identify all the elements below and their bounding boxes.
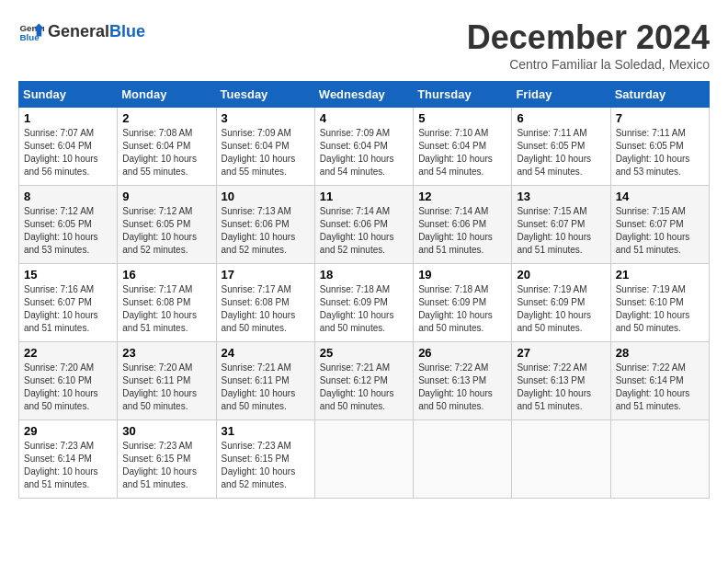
calendar-day-24: 24Sunrise: 7:21 AMSunset: 6:11 PMDayligh… [216, 342, 314, 420]
day-info: Sunrise: 7:20 AMSunset: 6:11 PMDaylight:… [122, 362, 197, 411]
day-info: Sunrise: 7:21 AMSunset: 6:11 PMDaylight:… [222, 362, 296, 411]
day-number: 11 [320, 190, 408, 203]
calendar-day-5: 5Sunrise: 7:10 AMSunset: 6:04 PMDaylight… [414, 108, 512, 186]
day-info: Sunrise: 7:23 AMSunset: 6:15 PMDaylight:… [222, 441, 296, 489]
day-info: Sunrise: 7:15 AMSunset: 6:07 PMDaylight:… [616, 206, 690, 255]
calendar-day-25: 25Sunrise: 7:21 AMSunset: 6:12 PMDayligh… [314, 342, 413, 420]
day-number: 18 [320, 268, 408, 282]
day-number: 19 [418, 268, 506, 282]
day-number: 29 [24, 424, 112, 438]
calendar-week-4: 22Sunrise: 7:20 AMSunset: 6:10 PMDayligh… [19, 342, 710, 420]
day-info: Sunrise: 7:22 AMSunset: 6:13 PMDaylight:… [418, 362, 493, 411]
calendar-week-5: 29Sunrise: 7:23 AMSunset: 6:14 PMDayligh… [19, 420, 710, 499]
calendar-day-14: 14Sunrise: 7:15 AMSunset: 6:07 PMDayligh… [610, 186, 709, 264]
calendar-day-27: 27Sunrise: 7:22 AMSunset: 6:13 PMDayligh… [512, 342, 610, 420]
calendar-day-29: 29Sunrise: 7:23 AMSunset: 6:14 PMDayligh… [19, 420, 118, 499]
day-number: 12 [418, 190, 506, 203]
calendar-header-tuesday: Tuesday [216, 82, 314, 108]
calendar-header-row: SundayMondayTuesdayWednesdayThursdayFrid… [19, 82, 710, 108]
day-info: Sunrise: 7:19 AMSunset: 6:09 PMDaylight:… [517, 284, 591, 333]
day-number: 21 [616, 268, 704, 282]
calendar-day-23: 23Sunrise: 7:20 AMSunset: 6:11 PMDayligh… [118, 342, 216, 420]
day-info: Sunrise: 7:18 AMSunset: 6:09 PMDaylight:… [418, 284, 493, 333]
day-number: 28 [616, 346, 704, 360]
day-number: 27 [517, 346, 605, 360]
calendar-day-28: 28Sunrise: 7:22 AMSunset: 6:14 PMDayligh… [610, 342, 709, 420]
calendar-day-30: 30Sunrise: 7:23 AMSunset: 6:15 PMDayligh… [118, 420, 216, 499]
day-number: 26 [418, 346, 506, 360]
day-info: Sunrise: 7:09 AMSunset: 6:04 PMDaylight:… [320, 128, 394, 177]
day-number: 1 [24, 111, 112, 125]
day-number: 15 [24, 268, 112, 282]
day-info: Sunrise: 7:20 AMSunset: 6:10 PMDaylight:… [24, 362, 98, 411]
day-info: Sunrise: 7:11 AMSunset: 6:05 PMDaylight:… [616, 128, 690, 177]
calendar-day-1: 1Sunrise: 7:07 AMSunset: 6:04 PMDaylight… [19, 108, 118, 186]
day-number: 9 [122, 190, 210, 203]
calendar-day-16: 16Sunrise: 7:17 AMSunset: 6:08 PMDayligh… [118, 264, 216, 342]
logo-icon: General Blue [18, 18, 44, 44]
calendar-day-2: 2Sunrise: 7:08 AMSunset: 6:04 PMDaylight… [118, 108, 216, 186]
calendar-day-10: 10Sunrise: 7:13 AMSunset: 6:06 PMDayligh… [216, 186, 314, 264]
calendar-day-26: 26Sunrise: 7:22 AMSunset: 6:13 PMDayligh… [414, 342, 512, 420]
day-number: 22 [24, 346, 112, 360]
day-number: 7 [616, 111, 704, 125]
day-info: Sunrise: 7:11 AMSunset: 6:05 PMDaylight:… [517, 128, 591, 177]
day-number: 14 [616, 190, 704, 203]
calendar-week-3: 15Sunrise: 7:16 AMSunset: 6:07 PMDayligh… [19, 264, 710, 342]
day-info: Sunrise: 7:22 AMSunset: 6:14 PMDaylight:… [616, 362, 690, 411]
calendar-header-friday: Friday [512, 82, 610, 108]
calendar-header-sunday: Sunday [19, 82, 118, 108]
calendar-day-13: 13Sunrise: 7:15 AMSunset: 6:07 PMDayligh… [512, 186, 610, 264]
empty-cell [512, 420, 610, 499]
day-info: Sunrise: 7:12 AMSunset: 6:05 PMDaylight:… [24, 206, 98, 255]
day-info: Sunrise: 7:14 AMSunset: 6:06 PMDaylight:… [320, 206, 394, 255]
day-info: Sunrise: 7:07 AMSunset: 6:04 PMDaylight:… [24, 128, 98, 177]
empty-cell [314, 420, 413, 499]
day-number: 25 [320, 346, 408, 360]
day-number: 3 [222, 111, 310, 125]
empty-cell [414, 420, 512, 499]
day-info: Sunrise: 7:14 AMSunset: 6:06 PMDaylight:… [418, 206, 493, 255]
day-number: 6 [517, 111, 605, 125]
day-info: Sunrise: 7:12 AMSunset: 6:05 PMDaylight:… [122, 206, 197, 255]
calendar-day-11: 11Sunrise: 7:14 AMSunset: 6:06 PMDayligh… [314, 186, 413, 264]
logo-general: General [48, 22, 109, 41]
day-info: Sunrise: 7:10 AMSunset: 6:04 PMDaylight:… [418, 128, 493, 177]
day-info: Sunrise: 7:23 AMSunset: 6:14 PMDaylight:… [24, 441, 98, 489]
day-info: Sunrise: 7:08 AMSunset: 6:04 PMDaylight:… [122, 128, 197, 177]
calendar-header-saturday: Saturday [610, 82, 709, 108]
calendar-week-2: 8Sunrise: 7:12 AMSunset: 6:05 PMDaylight… [19, 186, 710, 264]
title-block: December 2024 Centro Familiar la Soledad… [467, 18, 710, 72]
day-number: 16 [122, 268, 210, 282]
calendar-day-20: 20Sunrise: 7:19 AMSunset: 6:09 PMDayligh… [512, 264, 610, 342]
calendar-day-12: 12Sunrise: 7:14 AMSunset: 6:06 PMDayligh… [414, 186, 512, 264]
month-title: December 2024 [467, 18, 710, 57]
day-info: Sunrise: 7:17 AMSunset: 6:08 PMDaylight:… [222, 284, 296, 333]
day-info: Sunrise: 7:23 AMSunset: 6:15 PMDaylight:… [122, 441, 197, 489]
empty-cell [610, 420, 709, 499]
calendar-day-17: 17Sunrise: 7:17 AMSunset: 6:08 PMDayligh… [216, 264, 314, 342]
calendar-day-22: 22Sunrise: 7:20 AMSunset: 6:10 PMDayligh… [19, 342, 118, 420]
calendar-table: SundayMondayTuesdayWednesdayThursdayFrid… [18, 81, 710, 499]
day-number: 8 [24, 190, 112, 203]
day-info: Sunrise: 7:16 AMSunset: 6:07 PMDaylight:… [24, 284, 98, 333]
calendar-day-3: 3Sunrise: 7:09 AMSunset: 6:04 PMDaylight… [216, 108, 314, 186]
day-number: 30 [122, 424, 210, 438]
page-header: General Blue General Blue December 2024 … [18, 18, 710, 72]
day-info: Sunrise: 7:22 AMSunset: 6:13 PMDaylight:… [517, 362, 591, 411]
calendar-week-1: 1Sunrise: 7:07 AMSunset: 6:04 PMDaylight… [19, 108, 710, 186]
day-info: Sunrise: 7:18 AMSunset: 6:09 PMDaylight:… [320, 284, 394, 333]
day-number: 31 [222, 424, 310, 438]
day-number: 4 [320, 111, 408, 125]
day-number: 23 [122, 346, 210, 360]
logo: General Blue General Blue [18, 18, 145, 44]
calendar-header-monday: Monday [118, 82, 216, 108]
calendar-day-6: 6Sunrise: 7:11 AMSunset: 6:05 PMDaylight… [512, 108, 610, 186]
day-number: 2 [122, 111, 210, 125]
calendar-day-4: 4Sunrise: 7:09 AMSunset: 6:04 PMDaylight… [314, 108, 413, 186]
calendar-day-8: 8Sunrise: 7:12 AMSunset: 6:05 PMDaylight… [19, 186, 118, 264]
calendar-day-18: 18Sunrise: 7:18 AMSunset: 6:09 PMDayligh… [314, 264, 413, 342]
day-number: 5 [418, 111, 506, 125]
day-info: Sunrise: 7:09 AMSunset: 6:04 PMDaylight:… [222, 128, 296, 177]
day-number: 17 [222, 268, 310, 282]
